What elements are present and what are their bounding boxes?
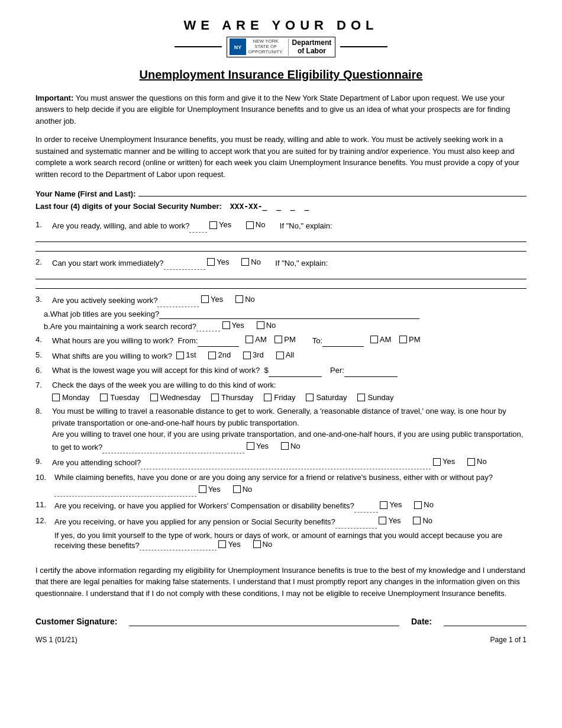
q7-wednesday[interactable]: Wednesday: [150, 393, 201, 402]
page-title: Unemployment Insurance Eligibility Quest…: [35, 68, 527, 82]
q10-yes-checkbox[interactable]: [199, 485, 206, 493]
q5-1st-checkbox[interactable]: [176, 352, 184, 359]
q3-content: Are you actively seeking work? Yes No: [52, 294, 527, 307]
q4-pm2-label[interactable]: PM: [399, 334, 421, 346]
thursday-checkbox[interactable]: [211, 394, 219, 401]
q12-sub: If yes, do you limit yourself to the typ…: [35, 531, 527, 550]
q5-all-label[interactable]: All: [276, 349, 294, 361]
name-label: Your Name (First and Last):: [35, 189, 136, 198]
q2-no-label[interactable]: No: [241, 256, 261, 268]
date-line[interactable]: [444, 614, 527, 626]
q3-yes-checkbox[interactable]: [201, 295, 209, 303]
q1-yes-label[interactable]: Yes: [209, 219, 231, 231]
footer: WS 1 (01/21) Page 1 of 1: [35, 636, 527, 644]
q5-3rd-label[interactable]: 3rd: [243, 349, 264, 361]
logo-dept-block: Department of Labor: [288, 38, 332, 56]
q2-content: Can you start work immediately? Yes No I…: [52, 256, 527, 270]
q4-pm1-label[interactable]: PM: [274, 334, 296, 346]
logo-box: NY NEW YORKSTATE OFOPPORTUNITY. Departme…: [227, 37, 336, 57]
q9-num: 9.: [35, 456, 52, 468]
q5-num: 5.: [35, 349, 52, 361]
q11-no-checkbox[interactable]: [414, 501, 422, 509]
q2-yes-label[interactable]: Yes: [207, 256, 229, 268]
q3-no-label[interactable]: No: [235, 294, 255, 305]
q4-am2-checkbox[interactable]: [370, 336, 378, 343]
q12b-no-label[interactable]: No: [253, 540, 273, 549]
q4-am1-checkbox[interactable]: [246, 336, 253, 343]
q7-tuesday[interactable]: Tuesday: [100, 393, 139, 402]
q3b-yes-label[interactable]: Yes: [222, 321, 244, 330]
q11-content: Are you receiving, or have you applied f…: [54, 499, 527, 513]
q8-no-checkbox[interactable]: [281, 442, 289, 450]
q8-yes-label[interactable]: Yes: [247, 440, 269, 452]
q5-2nd-checkbox[interactable]: [208, 352, 216, 359]
q11-yes-checkbox[interactable]: [380, 501, 387, 509]
logo-text-block: NEW YORKSTATE OFOPPORTUNITY.: [248, 39, 283, 54]
q8-no-label[interactable]: No: [281, 440, 301, 452]
q4-pm1-checkbox[interactable]: [274, 336, 282, 343]
sunday-checkbox[interactable]: [357, 394, 365, 401]
q12b-yes-label[interactable]: Yes: [218, 540, 240, 549]
svg-text:NY: NY: [234, 44, 241, 50]
friday-checkbox[interactable]: [264, 394, 272, 401]
q3-no-checkbox[interactable]: [235, 295, 243, 303]
q10-no-label[interactable]: No: [233, 484, 253, 495]
wednesday-checkbox[interactable]: [150, 394, 158, 401]
q3-yes-label[interactable]: Yes: [201, 294, 223, 305]
q5-2nd-label[interactable]: 2nd: [208, 349, 231, 361]
q9-no-checkbox[interactable]: [467, 458, 475, 466]
header: WE ARE YOUR DOL NY NEW YORKSTATE OFOPPOR…: [35, 18, 527, 57]
q4-pm2-checkbox[interactable]: [399, 336, 407, 343]
q4-am1-label[interactable]: AM: [246, 334, 267, 346]
header-line-right: [340, 46, 387, 47]
q6-content: What is the lowest wage you will accept …: [52, 365, 527, 377]
q12-no-checkbox[interactable]: [413, 517, 421, 524]
q3b-no-label[interactable]: No: [257, 321, 276, 330]
form-id: WS 1 (01/21): [35, 636, 77, 644]
name-input-line[interactable]: [138, 187, 527, 197]
q10-content: While claiming benefits, have you done o…: [54, 472, 527, 497]
q9-yes-label[interactable]: Yes: [433, 456, 455, 468]
q1-no-checkbox[interactable]: [246, 221, 254, 229]
ssn-label: Last four (4) digits of your Social Secu…: [35, 202, 222, 211]
q3b-no-checkbox[interactable]: [257, 321, 264, 329]
q7-sunday[interactable]: Sunday: [357, 393, 393, 402]
q7-monday[interactable]: Monday: [52, 393, 89, 402]
question-3: 3. Are you actively seeking work? Yes No…: [35, 294, 527, 331]
signature-line[interactable]: [129, 614, 399, 626]
saturday-checkbox[interactable]: [306, 394, 314, 401]
q7-num: 7.: [35, 379, 52, 391]
q12b-yes-checkbox[interactable]: [218, 540, 226, 548]
q12b-no-checkbox[interactable]: [253, 540, 261, 548]
header-title: WE ARE YOUR DOL: [35, 18, 527, 33]
q10-yes-label[interactable]: Yes: [199, 484, 221, 495]
monday-checkbox[interactable]: [52, 394, 60, 401]
q7-days-row: Monday Tuesday Wednesday Thursday Friday…: [35, 393, 527, 402]
q10-no-checkbox[interactable]: [233, 485, 241, 493]
q5-1st-label[interactable]: 1st: [176, 349, 196, 361]
q8-yes-checkbox[interactable]: [247, 442, 254, 450]
cert-body: I certify the above information regardin…: [35, 566, 525, 598]
q2-no-checkbox[interactable]: [241, 258, 249, 266]
q9-yes-checkbox[interactable]: [433, 458, 441, 466]
q1-no-label[interactable]: No: [246, 219, 266, 231]
q7-thursday[interactable]: Thursday: [211, 393, 253, 402]
q5-3rd-checkbox[interactable]: [243, 352, 251, 359]
q12-yes-checkbox[interactable]: [379, 517, 386, 524]
q11-yes-label[interactable]: Yes: [380, 499, 402, 511]
q7-friday[interactable]: Friday: [264, 393, 295, 402]
tuesday-checkbox[interactable]: [100, 394, 108, 401]
q1-answer-line2: [35, 244, 527, 252]
q11-no-label[interactable]: No: [414, 499, 434, 511]
q12-no-label[interactable]: No: [413, 515, 432, 527]
q7-saturday[interactable]: Saturday: [306, 393, 347, 402]
question-12: 12. Are you receiving, or have you appli…: [35, 515, 527, 550]
q2-yes-checkbox[interactable]: [207, 258, 215, 266]
q3b-yes-checkbox[interactable]: [222, 321, 230, 329]
question-5: 5. What shifts are you willing to work? …: [35, 349, 527, 362]
q4-am2-label[interactable]: AM: [370, 334, 392, 346]
q9-no-label[interactable]: No: [467, 456, 487, 468]
q12-yes-label[interactable]: Yes: [379, 515, 400, 527]
q1-yes-checkbox[interactable]: [209, 221, 217, 229]
q5-all-checkbox[interactable]: [276, 352, 284, 359]
